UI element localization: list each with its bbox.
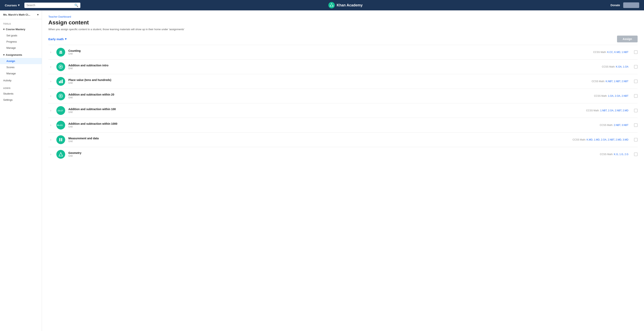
assignments-group: ▾ Assignments Assign Scores Manage: [0, 52, 42, 76]
courses-chevron: ▾: [18, 4, 20, 7]
sidebar-item-manage-mastery[interactable]: Manage: [0, 45, 42, 51]
svg-text:23+17: 23+17: [58, 110, 63, 112]
table-row: › 23+17 Addition and subtraction within …: [48, 103, 638, 118]
unit-icon: 23+17: [56, 106, 65, 115]
course-mastery-group: ▾ Course Mastery Set goals Progress Mana…: [0, 26, 42, 51]
unit-icon: [56, 48, 65, 56]
table-row: › 46+121 Addition and subtraction within…: [48, 118, 638, 132]
unit-name: Geometry: [68, 151, 597, 154]
unit-checkbox[interactable]: [634, 138, 638, 142]
search-input[interactable]: [26, 4, 73, 7]
sidebar-item-scores[interactable]: Scores: [0, 64, 42, 70]
ccss-links[interactable]: K.OA, 1.OA: [616, 65, 628, 68]
search-icon: 🔍: [74, 4, 78, 7]
ccss-links[interactable]: 1.OA, 2.OA, 2.NBT: [608, 94, 628, 97]
sidebar-item-students[interactable]: Students: [0, 90, 42, 97]
svg-point-3: [60, 51, 61, 52]
assignments-header[interactable]: ▾ Assignments: [0, 52, 42, 58]
logo-area: Khan Academy: [85, 2, 606, 8]
unit-name: Measurement and data: [68, 137, 570, 140]
unit-info: Addition and subtraction within 1000 Uni…: [68, 122, 597, 128]
top-navigation: Courses ▾ 🔍 Khan Academy Donate: [0, 0, 644, 10]
row-expand-icon[interactable]: ›: [48, 94, 53, 98]
unit-ccss: CCSS Math: 1.NBT, 2.OA, 2.NBT, 2.MD: [586, 109, 628, 112]
svg-marker-20: [59, 152, 62, 156]
table-row: › Geometry Unit CCSS Math: K.G, 1.G, 2.G: [48, 147, 638, 162]
ccss-label: CCSS Math:: [592, 80, 606, 83]
svg-rect-18: [59, 138, 60, 141]
unit-icon: [56, 135, 65, 144]
course-selector-row: Early math ▾ Assign: [48, 36, 638, 42]
class-selector-chevron: ▾: [37, 13, 38, 16]
unit-checkbox[interactable]: [634, 123, 638, 127]
courses-menu[interactable]: Courses ▾: [5, 4, 20, 7]
unit-type: Unit: [68, 154, 597, 157]
ccss-label: CCSS Math:: [600, 153, 614, 156]
ccss-links[interactable]: 2.NBT, 3.NBT: [614, 124, 628, 126]
row-expand-icon[interactable]: ›: [48, 80, 53, 83]
user-avatar[interactable]: [623, 2, 639, 8]
sidebar-item-progress[interactable]: Progress: [0, 38, 42, 45]
class-selector[interactable]: Ms. March's Math Cl... ▾: [0, 10, 42, 19]
table-row: › Place value (tens and hundreds) Unit C…: [48, 74, 638, 88]
svg-rect-11: [60, 80, 61, 83]
row-expand-icon[interactable]: ›: [48, 109, 53, 112]
row-expand-icon[interactable]: ›: [48, 152, 53, 156]
unit-ccss: CCSS Math: K.MD, 1.MD, 2.OA, 2.NBT, 2.MD…: [573, 138, 628, 141]
course-selector-chevron: ▾: [65, 37, 66, 41]
unit-checkbox[interactable]: [634, 109, 638, 112]
ccss-links[interactable]: K.CC, K.MD, 1.NBT: [607, 51, 628, 54]
admin-section-label: ADMIN: [0, 84, 42, 90]
course-selector-button[interactable]: Early math ▾: [48, 37, 66, 41]
row-expand-icon[interactable]: ›: [48, 50, 53, 54]
unit-ccss: CCSS Math: K.NBT, 1.NBT, 2.NBT: [592, 80, 628, 83]
ccss-links[interactable]: K.MD, 1.MD, 2.OA, 2.NBT, 2.MD, 3.MD: [587, 138, 628, 141]
sidebar-item-activity[interactable]: Activity: [0, 77, 42, 84]
unit-type: Unit: [68, 111, 583, 114]
ccss-label: CCSS Math:: [602, 65, 616, 68]
table-row: › Addition and subtraction within 20 Uni…: [48, 88, 638, 103]
unit-checkbox[interactable]: [634, 94, 638, 98]
unit-checkbox[interactable]: [634, 152, 638, 156]
unit-ccss: CCSS Math: 2.NBT, 3.NBT: [600, 124, 628, 126]
ccss-links[interactable]: K.G, 1.G, 2.G: [614, 153, 628, 156]
unit-icon: [56, 62, 65, 71]
class-name: Ms. March's Math Cl...: [3, 13, 30, 16]
row-expand-icon[interactable]: ›: [48, 138, 53, 142]
page-title: Assign content: [48, 20, 638, 26]
sidebar-item-set-goals[interactable]: Set goals: [0, 32, 42, 38]
unit-type: Unit: [68, 52, 590, 55]
assign-button[interactable]: Assign: [617, 36, 638, 42]
unit-ccss: CCSS Math: 1.OA, 2.OA, 2.NBT: [594, 94, 628, 97]
row-expand-icon[interactable]: ›: [48, 123, 53, 127]
unit-name: Addition and subtraction within 20: [68, 93, 591, 96]
unit-info: Counting Unit: [68, 49, 590, 55]
ccss-label: CCSS Math:: [573, 138, 587, 141]
donate-button[interactable]: Donate: [610, 4, 620, 7]
khan-academy-logo-icon: [328, 2, 335, 8]
sidebar-item-settings[interactable]: Settings: [0, 97, 42, 103]
breadcrumb[interactable]: Teacher Dashboard: [48, 15, 638, 18]
search-bar[interactable]: 🔍: [24, 2, 80, 8]
unit-checkbox[interactable]: [634, 80, 638, 83]
course-mastery-label: Course Mastery: [6, 28, 26, 31]
course-mastery-chevron: ▾: [3, 28, 4, 31]
row-expand-icon[interactable]: ›: [48, 65, 53, 68]
page-description: When you assign specific content to a st…: [48, 28, 638, 31]
logo-text: Khan Academy: [337, 3, 362, 8]
ccss-label: CCSS Math:: [594, 94, 608, 97]
unit-icon: 46+121: [56, 121, 65, 130]
ccss-links[interactable]: 1.NBT, 2.OA, 2.NBT, 2.MD: [600, 109, 628, 112]
unit-checkbox[interactable]: [634, 50, 638, 54]
unit-info: Addition and subtraction within 20 Unit: [68, 93, 591, 99]
assignments-chevron: ▾: [3, 53, 4, 56]
unit-checkbox[interactable]: [634, 65, 638, 68]
course-mastery-header[interactable]: ▾ Course Mastery: [0, 26, 42, 32]
svg-rect-12: [62, 80, 63, 83]
ccss-links[interactable]: K.NBT, 1.NBT, 2.NBT: [606, 80, 628, 83]
unit-type: Unit: [68, 67, 599, 70]
sidebar-item-assign[interactable]: Assign: [0, 58, 42, 64]
unit-type: Unit: [68, 140, 570, 143]
sidebar-item-manage-assign[interactable]: Manage: [0, 70, 42, 76]
svg-rect-19: [61, 138, 62, 141]
